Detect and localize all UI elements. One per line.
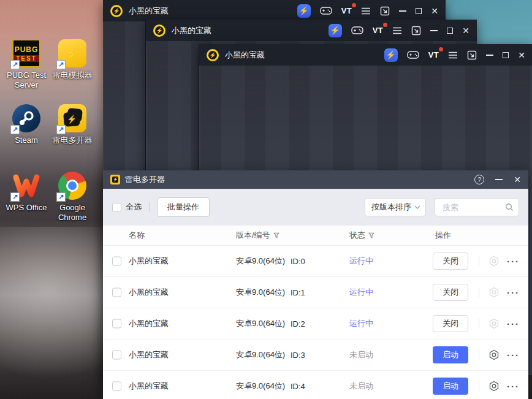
vt-badge[interactable]: VT xyxy=(341,6,352,15)
desktop-icon-pubg-test-server[interactable]: PUBG TEST ↗ PUBG Test Server xyxy=(1,39,52,90)
header-status: 状态 xyxy=(349,226,374,245)
table-row: 小黑的宝藏 安卓9.0(64位) ID:2 运行中 关闭 ··· xyxy=(103,308,528,340)
filter-icon[interactable] xyxy=(273,232,279,238)
table-header: 名称 版本/编号 状态 操作 xyxy=(103,226,528,246)
gear-icon[interactable] xyxy=(488,349,500,360)
vt-badge[interactable]: VT xyxy=(428,50,439,59)
more-icon[interactable]: ··· xyxy=(507,319,520,329)
shortcut-arrow-icon: ↗ xyxy=(10,125,20,134)
gear-icon[interactable] xyxy=(488,256,500,267)
menu-icon[interactable] xyxy=(361,7,371,15)
desktop-icon-label: PUBG Test Server xyxy=(1,70,52,90)
instance-version: 安卓9.0(64位) xyxy=(236,349,285,360)
select-all-checkbox[interactable] xyxy=(112,203,121,212)
batch-operations-button[interactable]: 批量操作 xyxy=(157,197,210,217)
close-icon[interactable]: ✕ xyxy=(518,51,525,59)
close-icon[interactable]: ✕ xyxy=(431,7,438,15)
desktop-icon-wps-office[interactable]: ↗ WPS Office xyxy=(1,172,52,213)
desktop-icon-label: Steam xyxy=(1,135,52,145)
table-row: 小黑的宝藏 安卓9.0(64位) ID:4 未启动 启动 ··· xyxy=(103,371,528,399)
gear-icon[interactable] xyxy=(488,287,500,298)
shortcut-arrow-icon: ↗ xyxy=(10,60,20,69)
window-title: 小黑的宝藏 xyxy=(172,25,211,36)
gear-icon[interactable] xyxy=(488,318,500,329)
more-icon[interactable]: ··· xyxy=(507,288,520,297)
stop-button[interactable]: 关闭 xyxy=(433,315,468,332)
instance-name: 小黑的宝藏 xyxy=(129,256,169,267)
emulator-titlebar[interactable]: ⚡ 小黑的宝藏 ⚡ VT ✕ xyxy=(103,0,446,21)
close-icon[interactable]: ✕ xyxy=(462,26,469,35)
desktop-icon-ldmultiplayer[interactable]: ⚡ ↗ 雷电多开器 xyxy=(47,104,98,145)
instance-id: ID:1 xyxy=(291,288,305,297)
vt-badge[interactable]: VT xyxy=(373,26,384,35)
instance-id: ID:3 xyxy=(291,351,305,360)
filter-icon[interactable] xyxy=(368,232,374,238)
rotate-screen-icon[interactable] xyxy=(380,6,390,16)
status-badge: 运行中 xyxy=(349,256,373,267)
desktop: PUBG TEST ↗ PUBG Test Server ⚡ ↗ 雷电模拟器 ↗… xyxy=(0,0,532,399)
start-button[interactable]: 启动 xyxy=(433,378,468,395)
sort-dropdown-value: 按版本排序 xyxy=(371,202,414,213)
ldmultiplayer-logo-icon: ⚡ xyxy=(110,175,120,184)
gamepad-icon[interactable] xyxy=(407,50,419,59)
desktop-icon-google-chrome[interactable]: ↗ Google Chrome xyxy=(47,172,98,222)
notification-dot xyxy=(352,3,356,7)
close-icon[interactable]: ✕ xyxy=(514,175,521,184)
multiplayer-window: ⚡ 雷电多开器 ? ✕ 全选 批量操作 按版本排序 xyxy=(103,170,528,399)
more-icon[interactable]: ··· xyxy=(507,382,520,391)
row-divider xyxy=(479,287,479,298)
minimize-icon[interactable] xyxy=(399,10,406,12)
more-icon[interactable]: ··· xyxy=(507,257,520,266)
row-checkbox[interactable] xyxy=(112,288,121,297)
header-actions: 操作 xyxy=(435,226,451,245)
row-checkbox[interactable] xyxy=(112,382,121,391)
shortcut-arrow-icon: ↗ xyxy=(10,192,20,202)
boost-icon[interactable]: ⚡ xyxy=(384,48,398,62)
row-checkbox[interactable] xyxy=(112,257,121,266)
emulator-titlebar[interactable]: ⚡ 小黑的宝藏 ⚡ VT ✕ xyxy=(199,44,532,66)
stop-button[interactable]: 关闭 xyxy=(433,253,468,270)
maximize-icon[interactable] xyxy=(416,8,422,14)
search-input[interactable] xyxy=(441,202,505,213)
emulator-titlebar[interactable]: ⚡ 小黑的宝藏 ⚡ VT ✕ xyxy=(146,20,477,41)
desktop-icon-label: Google Chrome xyxy=(47,203,98,222)
start-button[interactable]: 启动 xyxy=(433,346,468,363)
maximize-icon[interactable] xyxy=(503,52,509,58)
instance-name: 小黑的宝藏 xyxy=(129,381,169,392)
desktop-icon-steam[interactable]: ↗ Steam xyxy=(1,104,52,145)
notification-dot xyxy=(439,47,443,51)
chevron-down-icon xyxy=(414,205,420,209)
rotate-screen-icon[interactable] xyxy=(467,50,477,60)
gamepad-icon[interactable] xyxy=(320,6,332,15)
gear-icon[interactable] xyxy=(488,381,500,392)
instance-version: 安卓9.0(64位) xyxy=(236,318,285,329)
table-row: 小黑的宝藏 安卓9.0(64位) ID:0 运行中 关闭 ··· xyxy=(103,246,528,277)
sort-dropdown[interactable]: 按版本排序 xyxy=(365,198,426,216)
row-checkbox[interactable] xyxy=(112,319,121,329)
rotate-screen-icon[interactable] xyxy=(411,26,421,36)
row-divider xyxy=(479,349,479,360)
maximize-icon[interactable] xyxy=(447,28,453,34)
menu-icon[interactable] xyxy=(392,27,402,34)
stop-button[interactable]: 关闭 xyxy=(433,284,468,301)
boost-icon[interactable]: ⚡ xyxy=(297,4,311,18)
window-title: 雷电多开器 xyxy=(125,174,165,185)
minimize-icon[interactable] xyxy=(430,30,438,31)
multiplayer-titlebar[interactable]: ⚡ 雷电多开器 ? ✕ xyxy=(103,170,528,189)
notification-dot xyxy=(383,23,387,27)
help-icon[interactable]: ? xyxy=(474,175,484,184)
gamepad-icon[interactable] xyxy=(351,26,363,35)
desktop-icon-ldplayer[interactable]: ⚡ ↗ 雷电模拟器 xyxy=(47,39,98,80)
minimize-icon[interactable] xyxy=(495,179,503,180)
search-box xyxy=(435,198,519,216)
minimize-icon[interactable] xyxy=(486,55,493,56)
row-checkbox[interactable] xyxy=(112,351,121,360)
row-divider xyxy=(479,318,479,329)
ldplayer-logo-icon: ⚡ xyxy=(207,49,219,61)
ldplayer-logo-icon: ⚡ xyxy=(110,5,123,17)
menu-icon[interactable] xyxy=(448,51,458,59)
more-icon[interactable]: ··· xyxy=(507,351,520,360)
header-name: 名称 xyxy=(129,226,145,245)
header-version: 版本/编号 xyxy=(236,226,279,245)
boost-icon[interactable]: ⚡ xyxy=(329,24,342,37)
